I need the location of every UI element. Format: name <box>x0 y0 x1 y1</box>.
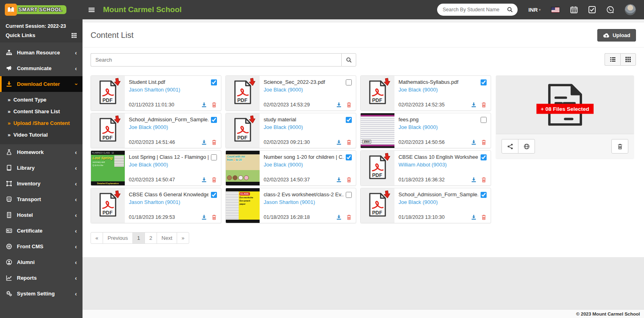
calendar-icon[interactable] <box>570 6 578 13</box>
download-icon[interactable] <box>336 139 342 145</box>
trash-icon[interactable] <box>481 139 487 145</box>
download-icon[interactable] <box>201 102 207 108</box>
page-button-[interactable]: » <box>177 232 189 244</box>
sidebar-item-label: Reports <box>17 275 37 281</box>
sidebar-item-hostel[interactable]: Hostel ‹ <box>0 207 83 223</box>
page-header-title: Mount Carmel School <box>103 5 182 14</box>
tasks-icon[interactable] <box>588 6 596 13</box>
list-view-toggle[interactable] <box>605 53 620 66</box>
trash-icon[interactable] <box>346 139 352 145</box>
download-icon[interactable] <box>336 177 342 183</box>
trash-icon[interactable] <box>481 102 487 108</box>
cogs-icon <box>6 291 12 297</box>
download-icon[interactable] <box>336 102 342 108</box>
trash-icon[interactable] <box>211 139 217 145</box>
content-author-link[interactable]: Joe Black (9000) <box>398 199 487 205</box>
trash-icon[interactable] <box>211 177 217 183</box>
content-author-link[interactable]: Joe Black (9000) <box>264 87 352 93</box>
content-author-link[interactable]: Joe Black (9000) <box>264 124 352 130</box>
sidebar-item-homework[interactable]: Homework ‹ <box>0 144 83 160</box>
content-search-input[interactable] <box>91 53 341 67</box>
content-author-link[interactable]: William Abbot (9003) <box>398 162 487 168</box>
sidebar-item-library[interactable]: Library ‹ <box>0 160 83 176</box>
content-card: PDF School_Admission_Form_Sample... Joe … <box>360 188 491 223</box>
download-icon[interactable] <box>201 214 207 220</box>
trash-icon[interactable] <box>346 214 352 220</box>
app-logo[interactable]: SMART SCHOOL <box>0 4 83 16</box>
trash-icon[interactable] <box>211 214 217 220</box>
select-content-checkbox[interactable] <box>481 192 487 198</box>
select-content-checkbox[interactable] <box>211 117 217 123</box>
select-content-checkbox[interactable] <box>346 192 352 198</box>
content-author-link[interactable]: Jason Sharlton (9001) <box>264 199 352 205</box>
download-icon[interactable] <box>336 214 342 220</box>
upload-button[interactable]: Upload <box>597 29 636 42</box>
select-content-checkbox[interactable] <box>211 79 217 85</box>
page-button-2[interactable]: 2 <box>144 232 157 244</box>
trash-icon[interactable] <box>346 102 352 108</box>
sidebar-item-communicate[interactable]: Communicate ‹ <box>0 60 83 76</box>
content-title: class-2 Evs worksheet/class-2 Ev... <box>264 191 343 197</box>
trash-icon[interactable] <box>346 177 352 183</box>
content-author-link[interactable]: Joe Black (9000) <box>264 162 352 168</box>
sidebar-item-reports[interactable]: Reports ‹ <box>0 270 83 286</box>
download-icon[interactable] <box>201 177 207 183</box>
chevron-icon: ‹ <box>75 212 77 218</box>
sidebar-subitem-upload-share-content[interactable]: »Upload /Share Content <box>0 117 83 129</box>
download-icon[interactable] <box>471 139 477 145</box>
sidebar-subitem-content-type[interactable]: »Content Type <box>0 94 83 106</box>
content-author-link[interactable]: Joe Black (9000) <box>129 124 217 130</box>
search-icon[interactable] <box>505 6 515 13</box>
download-icon[interactable] <box>471 102 477 108</box>
page-button-previous[interactable]: Previous <box>103 232 133 244</box>
select-content-checkbox[interactable] <box>346 79 352 85</box>
sidebar-item-transport[interactable]: Transport ‹ <box>0 191 83 207</box>
trash-icon[interactable] <box>481 214 487 220</box>
content-author-link[interactable]: Jason Sharlton (9001) <box>129 87 217 93</box>
trash-icon[interactable] <box>481 177 487 183</box>
quick-links-grid-icon[interactable] <box>71 33 77 38</box>
select-content-checkbox[interactable] <box>346 117 352 123</box>
sidebar-item-inventory[interactable]: Inventory ‹ <box>0 176 83 191</box>
publish-globe-button[interactable] <box>518 139 535 154</box>
content-author-link[interactable]: Joe Black (9000) <box>398 87 487 93</box>
student-search-input[interactable] <box>443 7 505 12</box>
user-avatar[interactable] <box>625 4 636 15</box>
delete-selected-button[interactable] <box>611 139 628 154</box>
sidebar-item-front-cms[interactable]: Front CMS ‹ <box>0 239 83 254</box>
grid-view-toggle[interactable] <box>620 53 636 66</box>
sidebar-subitem-video-tutorial[interactable]: »Video Tutorial <box>0 129 83 141</box>
sidebar-subitem-content-share-list[interactable]: »Content Share List <box>0 106 83 117</box>
download-icon[interactable] <box>471 177 477 183</box>
sidebar-item-alumni[interactable]: Alumni ‹ <box>0 254 83 270</box>
select-content-checkbox[interactable] <box>211 192 217 198</box>
page-button-[interactable]: « <box>91 232 103 244</box>
select-content-checkbox[interactable] <box>211 154 217 160</box>
page-button-1[interactable]: 1 <box>132 232 145 244</box>
content-author-link[interactable]: Joe Black (9000) <box>129 162 217 168</box>
sidebar-item-certificate[interactable]: Certificate ‹ <box>0 223 83 239</box>
list-view-icon <box>610 56 616 62</box>
select-content-checkbox[interactable] <box>481 79 487 85</box>
us-flag-icon[interactable] <box>551 7 559 12</box>
select-content-checkbox[interactable] <box>346 154 352 160</box>
share-button[interactable] <box>502 139 518 154</box>
trash-icon[interactable] <box>211 102 217 108</box>
content-card: Count with mefrom 1 to 20 Number song 1-… <box>225 150 356 186</box>
page-button-next[interactable]: Next <box>157 232 177 244</box>
menu-icon[interactable] <box>88 6 95 13</box>
svg-text:PDF: PDF <box>372 210 382 216</box>
sidebar-item-label: Transport <box>17 196 41 202</box>
whatsapp-icon[interactable] <box>607 6 614 13</box>
download-icon[interactable] <box>201 139 207 145</box>
sidebar-item-system-setting[interactable]: System Setting ‹ <box>0 286 83 301</box>
select-content-checkbox[interactable] <box>481 117 487 123</box>
content-author-link[interactable]: Jason Sharlton (9001) <box>129 199 217 205</box>
content-author-link[interactable]: Joe Black (9000) <box>398 124 487 130</box>
sidebar-item-download-center[interactable]: Download Center ‹ <box>0 76 83 92</box>
download-icon[interactable] <box>471 214 477 220</box>
content-search-button[interactable] <box>341 53 356 67</box>
select-content-checkbox[interactable] <box>481 154 487 160</box>
currency-selector[interactable]: INR▾ <box>528 7 541 13</box>
sidebar-item-human-resource[interactable]: Human Resource ‹ <box>0 45 83 60</box>
